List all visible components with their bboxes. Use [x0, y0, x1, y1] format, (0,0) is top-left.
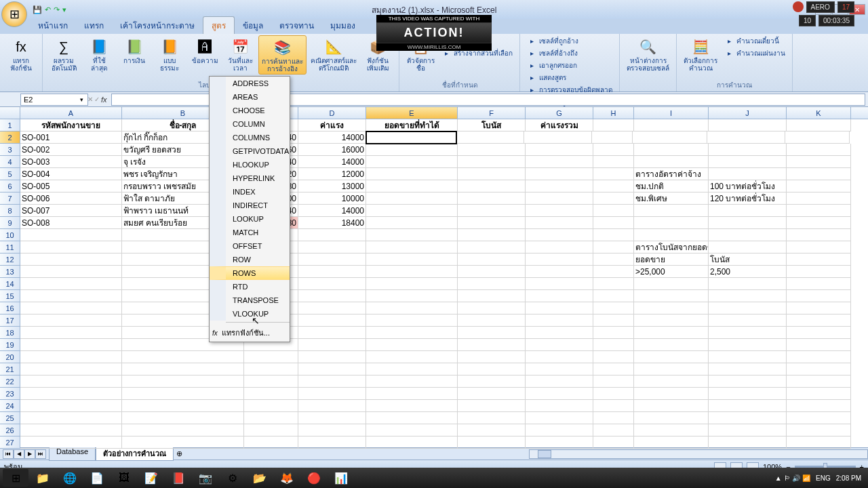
cell[interactable] — [787, 302, 851, 314]
cell[interactable] — [787, 400, 851, 412]
system-tray[interactable]: ▲ 🏳 🔊 📶 ENG 2:08 PM — [775, 474, 865, 482]
ribbon-button[interactable]: 📘ที่ใช้ล่าสุด — [82, 35, 116, 73]
cell[interactable] — [366, 327, 458, 339]
cell[interactable] — [709, 424, 787, 436]
ribbon-button[interactable]: 🅰ข้อความ — [188, 35, 222, 66]
cell[interactable] — [298, 253, 366, 266]
cell[interactable] — [20, 278, 122, 290]
cell[interactable] — [787, 278, 851, 290]
cell[interactable] — [244, 388, 298, 400]
cell[interactable]: ชม.ปกติ — [634, 180, 709, 192]
cell[interactable] — [634, 412, 709, 424]
office-button[interactable]: ⊞ — [1, 1, 27, 27]
cell[interactable]: SO-006 — [20, 192, 122, 205]
cell[interactable] — [20, 375, 122, 388]
tab-nav-prev[interactable]: ◀ — [14, 449, 24, 459]
row-header[interactable]: 9 — [0, 217, 20, 229]
cell[interactable] — [593, 363, 634, 375]
ribbon-item[interactable]: ▸สร้างจากส่วนที่เลือก — [439, 47, 515, 59]
cell[interactable] — [244, 351, 298, 363]
cell[interactable] — [20, 351, 122, 363]
cell[interactable] — [593, 229, 634, 241]
cell[interactable]: SO-004 — [20, 168, 122, 180]
cell[interactable] — [458, 266, 526, 278]
cell[interactable] — [458, 314, 526, 327]
cell[interactable] — [526, 217, 593, 229]
cell[interactable] — [593, 327, 634, 339]
cell[interactable] — [298, 302, 366, 314]
cell[interactable] — [526, 241, 593, 253]
enter-icon[interactable]: ✓ — [94, 96, 100, 104]
cell[interactable] — [593, 168, 634, 180]
cell[interactable] — [366, 339, 458, 351]
cell[interactable] — [593, 278, 634, 290]
cell[interactable] — [458, 351, 526, 363]
taskbar-app[interactable]: 📊 — [328, 469, 354, 487]
cell[interactable] — [458, 327, 526, 339]
taskbar-app[interactable]: 📁 — [30, 469, 56, 487]
dropdown-item[interactable]: OFFSET — [210, 239, 290, 253]
cell[interactable] — [593, 424, 634, 436]
cell[interactable] — [709, 375, 787, 388]
cell[interactable] — [20, 302, 122, 314]
cell[interactable] — [709, 314, 787, 327]
row-header[interactable]: 12 — [0, 253, 20, 266]
cell[interactable] — [709, 388, 787, 400]
cell[interactable] — [634, 400, 709, 412]
cell[interactable] — [787, 144, 851, 156]
row-header[interactable]: 4 — [0, 156, 20, 168]
name-box[interactable]: E2 — [20, 94, 88, 106]
cell[interactable] — [20, 241, 122, 253]
cell[interactable] — [526, 327, 593, 339]
cell[interactable] — [20, 339, 122, 351]
cell[interactable] — [366, 412, 458, 424]
cell[interactable]: ค่าแรงรวม — [526, 119, 593, 131]
cell[interactable] — [593, 314, 634, 327]
cell[interactable] — [298, 388, 366, 400]
dropdown-item[interactable]: HLOOKUP — [210, 158, 290, 171]
cell[interactable] — [122, 388, 244, 400]
ribbon-button[interactable]: ∑ผลรวมอัตโนมัติ — [47, 35, 81, 73]
cell[interactable] — [634, 217, 709, 229]
cell[interactable] — [593, 400, 634, 412]
ribbon-tab[interactable]: สูตร — [203, 16, 235, 34]
sheet-tab[interactable]: Database — [49, 447, 96, 461]
cell[interactable] — [633, 131, 707, 144]
cell[interactable] — [20, 400, 122, 412]
cell[interactable] — [458, 375, 526, 388]
column-header[interactable]: H — [593, 107, 634, 119]
cell[interactable] — [709, 144, 787, 156]
cell[interactable] — [593, 388, 634, 400]
cell[interactable] — [787, 339, 851, 351]
fx-button[interactable]: fx — [101, 96, 107, 104]
cell[interactable]: รหัสพนักงานขาย — [20, 119, 122, 131]
cell[interactable] — [787, 241, 851, 253]
cell[interactable] — [366, 205, 458, 217]
cell[interactable] — [634, 229, 709, 241]
cell[interactable] — [458, 168, 526, 180]
cell[interactable] — [122, 400, 244, 412]
cell[interactable] — [298, 424, 366, 436]
cell[interactable] — [709, 327, 787, 339]
horizontal-scrollbar[interactable] — [529, 449, 868, 459]
cell[interactable] — [593, 156, 634, 168]
ribbon-item[interactable]: ▸เซลล์ที่ถูกอ้าง — [524, 35, 615, 47]
cell[interactable] — [366, 375, 458, 388]
ribbon-button[interactable]: 📦ฟังก์ชันเพิ่มเติม — [361, 35, 395, 73]
cell[interactable] — [787, 351, 851, 363]
cell[interactable] — [122, 412, 244, 424]
ribbon-button[interactable]: 📚การค้นหาและการอ้างอิง — [258, 35, 307, 75]
cell[interactable] — [298, 400, 366, 412]
cell[interactable] — [298, 351, 366, 363]
dropdown-item[interactable]: INDIRECT — [210, 199, 290, 212]
taskbar-app[interactable]: 🖼 — [111, 469, 137, 487]
cell[interactable]: ยอดขาย — [634, 253, 709, 266]
row-header[interactable]: 22 — [0, 375, 20, 388]
column-header[interactable]: K — [787, 107, 851, 119]
column-header[interactable]: D — [298, 107, 366, 119]
ribbon-button[interactable]: 📗การเงิน — [117, 35, 151, 66]
cell[interactable] — [526, 351, 593, 363]
column-header[interactable]: A — [20, 107, 122, 119]
cell[interactable] — [526, 388, 593, 400]
cell[interactable] — [526, 229, 593, 241]
